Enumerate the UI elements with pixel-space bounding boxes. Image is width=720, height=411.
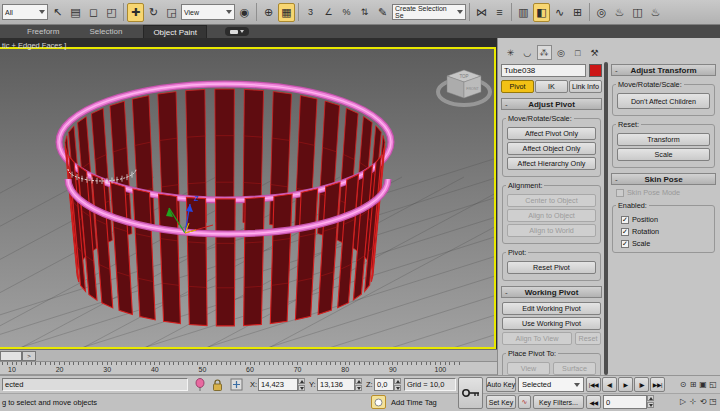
reset-button[interactable]: Reset xyxy=(575,332,601,345)
select-object-icon[interactable]: ↖ xyxy=(49,3,66,22)
auto-key-button[interactable]: Auto Key xyxy=(486,377,516,392)
key-set-dropdown[interactable]: Selected xyxy=(518,377,584,392)
angle-snap-icon[interactable]: ∠ xyxy=(320,3,337,22)
utilities-tab-icon[interactable]: ⚒ xyxy=(587,45,602,60)
pan-icon[interactable]: ⊹ xyxy=(688,395,698,408)
zoom-extents-icon[interactable]: ▣ xyxy=(698,378,708,391)
motion-tab-icon[interactable]: ◎ xyxy=(554,45,569,60)
key-filters-button[interactable]: Key Filters... xyxy=(533,395,584,409)
selection-region-icon[interactable]: ◻ xyxy=(85,3,102,22)
select-and-manipulate-icon[interactable]: ⊕ xyxy=(260,3,277,22)
notification-balloon-icon[interactable] xyxy=(194,378,206,392)
current-frame-field[interactable]: 0 xyxy=(603,395,647,409)
set-key-button[interactable]: Set Key xyxy=(486,395,516,409)
zoom-all-icon[interactable]: ⊞ xyxy=(688,378,698,391)
time-tag-icon[interactable] xyxy=(371,395,386,409)
use-pivot-point-icon[interactable]: ◉ xyxy=(236,3,253,22)
tab-selection[interactable]: Selection xyxy=(80,25,131,38)
named-selection-sets-dropdown[interactable]: Create Selection Se xyxy=(392,4,466,20)
curve-editor-icon[interactable]: ∿ xyxy=(551,3,568,22)
affect-hierarchy-only-button[interactable]: Affect Hierarchy Only xyxy=(507,157,596,170)
selection-lock-icon[interactable] xyxy=(211,378,224,392)
y-coordinate-field[interactable]: 13,136 xyxy=(317,378,355,391)
maximize-viewport-icon[interactable]: ◳ xyxy=(708,395,718,408)
selection-filter-dropdown[interactable]: All xyxy=(2,4,48,20)
align-to-view-button[interactable]: Align To View xyxy=(502,332,572,345)
object-color-swatch[interactable] xyxy=(589,64,602,77)
play-icon[interactable]: ▶ xyxy=(618,377,633,392)
y-spinner[interactable] xyxy=(355,378,362,391)
rendered-frame-icon[interactable]: ◫ xyxy=(629,3,646,22)
frame-spinner[interactable] xyxy=(647,395,654,408)
position-checkbox[interactable]: ✓ Position xyxy=(621,215,711,224)
ik-mode-button[interactable]: IK xyxy=(535,80,568,93)
walkthrough-icon[interactable]: ▷ xyxy=(678,395,688,408)
align-to-object-button[interactable]: Align to Object xyxy=(507,209,596,222)
hierarchy-tab-icon[interactable]: ⁂ xyxy=(537,45,552,60)
edit-working-pivot-button[interactable]: Edit Working Pivot xyxy=(502,302,601,315)
modify-tab-icon[interactable]: ◡ xyxy=(520,45,535,60)
go-to-end-icon[interactable]: ▶▶| xyxy=(650,377,665,392)
add-time-tag-label[interactable]: Add Time Tag xyxy=(391,398,437,407)
object-name-field[interactable]: Tube038 xyxy=(501,64,586,77)
pivot-mode-button[interactable]: Pivot xyxy=(501,80,534,93)
perspective-viewport[interactable]: ZTOPFRONT xyxy=(0,47,496,349)
rotation-checkbox[interactable]: ✓ Rotation xyxy=(621,227,711,236)
percent-snap-icon[interactable]: % xyxy=(338,3,355,22)
affect-pivot-only-button[interactable]: Affect Pivot Only xyxy=(507,127,596,140)
x-coordinate-field[interactable]: 14,423 xyxy=(258,378,298,391)
center-to-object-button[interactable]: Center to Object xyxy=(507,194,596,207)
skin-pose-mode-checkbox[interactable]: Skin Pose Mode xyxy=(616,188,716,197)
use-working-pivot-button[interactable]: Use Working Pivot xyxy=(502,317,601,330)
adjust-pivot-rollout-header[interactable]: - Adjust Pivot xyxy=(501,98,602,110)
reset-pivot-button[interactable]: Reset Pivot xyxy=(507,261,596,274)
reference-coordinate-dropdown[interactable]: View xyxy=(181,4,235,20)
select-and-scale-icon[interactable]: ◲ xyxy=(163,3,180,22)
tab-freeform[interactable]: Freeform xyxy=(18,25,68,38)
place-pivot-view-button[interactable]: View xyxy=(507,362,550,375)
reset-scale-button[interactable]: Scale xyxy=(617,148,710,161)
layer-manager-icon[interactable]: ▥ xyxy=(515,3,532,22)
viewport-shading-label[interactable]: tic + Edged Faces ] xyxy=(2,41,66,50)
mirror-icon[interactable]: ⋈ xyxy=(473,3,490,22)
previous-frame-icon[interactable]: ◀| xyxy=(602,377,617,392)
select-and-rotate-icon[interactable]: ↻ xyxy=(145,3,162,22)
x-spinner[interactable] xyxy=(298,378,305,391)
time-slider-handle[interactable] xyxy=(0,351,22,361)
z-coordinate-field[interactable]: 0,0 xyxy=(374,378,394,391)
next-frame-icon[interactable]: |▶ xyxy=(634,377,649,392)
align-to-world-button[interactable]: Align to World xyxy=(507,224,596,237)
snaps-toggle-icon[interactable]: 3 xyxy=(302,3,319,22)
edit-named-selections-icon[interactable]: ✎ xyxy=(374,3,391,22)
reset-transform-button[interactable]: Transform xyxy=(617,133,710,146)
spinner-snap-icon[interactable]: ⇅ xyxy=(356,3,373,22)
select-by-name-icon[interactable]: ▤ xyxy=(67,3,84,22)
ribbon-toggle-icon[interactable]: ◧ xyxy=(533,3,550,22)
working-pivot-rollout-header[interactable]: - Working Pivot xyxy=(501,286,602,298)
keyboard-override-icon[interactable]: ▦ xyxy=(278,3,295,22)
render-setup-icon[interactable]: ♨ xyxy=(611,3,628,22)
go-to-start-icon[interactable]: |◀◀ xyxy=(586,377,601,392)
set-keys-button[interactable] xyxy=(458,377,483,409)
place-pivot-surface-button[interactable]: Surface xyxy=(553,362,596,375)
scale-checkbox[interactable]: ✓ Scale xyxy=(621,239,711,248)
link-info-mode-button[interactable]: Link Info xyxy=(569,80,602,93)
default-in-out-tangents-icon[interactable]: ∿ xyxy=(518,395,531,409)
affect-object-only-button[interactable]: Affect Object Only xyxy=(507,142,596,155)
track-bar[interactable]: 102030405060708090100 xyxy=(0,362,497,375)
display-tab-icon[interactable]: □ xyxy=(570,45,585,60)
time-slider[interactable]: > xyxy=(0,349,497,362)
next-frame-arrow-button[interactable]: > xyxy=(22,351,36,361)
dont-affect-children-button[interactable]: Don't Affect Children xyxy=(617,93,710,109)
zoom-icon[interactable]: ⊙ xyxy=(678,378,688,391)
ribbon-minimize-button[interactable] xyxy=(225,27,249,36)
tab-object-paint[interactable]: Object Paint xyxy=(143,25,207,38)
render-production-icon[interactable]: ♨ xyxy=(647,3,664,22)
command-panel-scrollbar[interactable] xyxy=(604,62,608,375)
z-spinner[interactable] xyxy=(394,378,401,391)
create-tab-icon[interactable]: ✳ xyxy=(503,45,518,60)
absolute-offset-toggle-icon[interactable] xyxy=(229,377,244,393)
skin-pose-rollout-header[interactable]: - Skin Pose xyxy=(611,173,716,185)
material-editor-icon[interactable]: ◎ xyxy=(593,3,610,22)
align-icon[interactable]: ≡ xyxy=(491,3,508,22)
